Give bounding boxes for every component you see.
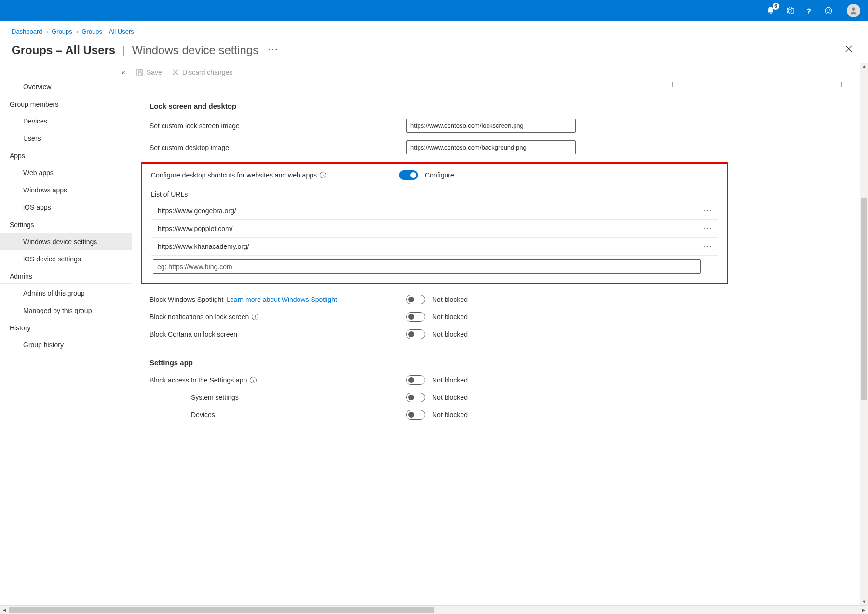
sidebar-section-admins: Admins bbox=[0, 268, 132, 284]
info-icon[interactable]: i bbox=[320, 172, 326, 178]
topbar-icon-group: 6 ? bbox=[766, 6, 833, 15]
scroll-left-arrow-icon[interactable]: ◄ bbox=[2, 607, 7, 613]
svg-point-3 bbox=[829, 10, 830, 11]
url-item[interactable]: https://www.popplet.com/ ··· bbox=[151, 220, 718, 238]
url-add-input[interactable] bbox=[153, 259, 701, 274]
url-list-label: List of URLs bbox=[151, 191, 718, 198]
block-settings-toggle[interactable] bbox=[406, 375, 425, 385]
url-item[interactable]: https://www.geogebra.org/ ··· bbox=[151, 202, 718, 220]
breadcrumb-link-group-all-users[interactable]: Groups – All Users bbox=[81, 28, 134, 35]
cortana-toggle-label: Not blocked bbox=[432, 330, 468, 338]
shortcuts-label: Configure desktop shortcuts for websites… bbox=[151, 171, 399, 179]
page-title-light: Windows device settings bbox=[132, 43, 258, 57]
close-icon[interactable] bbox=[841, 42, 856, 58]
svg-point-4 bbox=[852, 7, 855, 11]
section-lock-screen-heading: Lock screen and desktop bbox=[149, 102, 728, 110]
avatar[interactable] bbox=[847, 4, 860, 17]
save-icon bbox=[136, 68, 144, 76]
gear-icon[interactable] bbox=[785, 6, 795, 15]
block-settings-label: Block access to the Settings app i bbox=[149, 376, 406, 384]
top-bar: 6 ? bbox=[0, 0, 868, 21]
content-scroll-area[interactable]: Lock screen and desktop Set custom lock … bbox=[132, 82, 868, 605]
notifications-icon[interactable]: 6 bbox=[766, 6, 775, 15]
scrollbar-thumb[interactable] bbox=[861, 198, 867, 400]
url-list: List of URLs https://www.geogebra.org/ ·… bbox=[151, 191, 718, 274]
system-settings-label: System settings bbox=[149, 394, 406, 401]
partial-input-above bbox=[672, 82, 842, 87]
sidebar-section-history: History bbox=[0, 319, 132, 335]
url-item-more-icon[interactable]: ··· bbox=[701, 225, 715, 232]
notifications-toggle[interactable] bbox=[406, 312, 425, 322]
sidebar-section-settings: Settings bbox=[0, 216, 132, 232]
save-label: Save bbox=[147, 68, 162, 76]
save-button[interactable]: Save bbox=[136, 68, 162, 76]
horizontal-scrollbar[interactable]: ◄ ► bbox=[0, 605, 868, 614]
sidebar-item-windows-apps[interactable]: Windows apps bbox=[0, 181, 132, 199]
info-icon[interactable]: i bbox=[252, 314, 258, 320]
sidebar-item-windows-device-settings[interactable]: Windows device settings bbox=[0, 233, 132, 250]
scroll-down-arrow-icon[interactable]: ▼ bbox=[862, 600, 867, 604]
help-icon[interactable]: ? bbox=[804, 6, 814, 15]
scroll-right-arrow-icon[interactable]: ► bbox=[861, 607, 866, 613]
devices-settings-toggle[interactable] bbox=[406, 410, 425, 420]
sidebar-item-managed-by-group[interactable]: Managed by this group bbox=[0, 302, 132, 319]
feedback-smile-icon[interactable] bbox=[824, 6, 833, 15]
system-settings-toggle-label: Not blocked bbox=[432, 394, 468, 401]
sidebar: « Overview Group members Devices Users A… bbox=[0, 63, 132, 605]
sidebar-item-ios-device-settings[interactable]: iOS device settings bbox=[0, 250, 132, 268]
sidebar-item-web-apps[interactable]: Web apps bbox=[0, 164, 132, 181]
hscrollbar-thumb[interactable] bbox=[9, 607, 434, 613]
sidebar-section-group-members: Group members bbox=[0, 96, 132, 111]
notifications-toggle-label: Not blocked bbox=[432, 313, 468, 321]
spotlight-toggle[interactable] bbox=[406, 295, 425, 304]
sidebar-item-devices[interactable]: Devices bbox=[0, 112, 132, 130]
url-item-more-icon[interactable]: ··· bbox=[701, 243, 715, 250]
url-item[interactable]: https://www.khanacademy.org/ ··· bbox=[151, 238, 718, 256]
sidebar-item-admins-of-group[interactable]: Admins of this group bbox=[0, 285, 132, 302]
content-column: Save Discard changes Lock screen and des… bbox=[132, 63, 868, 605]
spotlight-learn-more-link[interactable]: Learn more about Windows Spotlight bbox=[226, 296, 337, 303]
devices-settings-label: Devices bbox=[149, 411, 406, 419]
sidebar-item-group-history[interactable]: Group history bbox=[0, 336, 132, 354]
spotlight-label: Block Windows Spotlight Learn more about… bbox=[149, 296, 406, 303]
sidebar-collapse-icon[interactable]: « bbox=[0, 68, 132, 76]
block-settings-toggle-label: Not blocked bbox=[432, 376, 468, 384]
command-bar: Save Discard changes bbox=[132, 63, 868, 82]
sidebar-section-apps: Apps bbox=[0, 147, 132, 163]
breadcrumb: Dashboard › Groups › Groups – All Users bbox=[12, 28, 856, 35]
breadcrumb-link-dashboard[interactable]: Dashboard bbox=[12, 28, 42, 35]
section-settings-app-heading: Settings app bbox=[149, 358, 728, 367]
scroll-up-arrow-icon[interactable]: ▲ bbox=[862, 64, 867, 68]
page-title: Groups – All Users | Windows device sett… bbox=[12, 43, 278, 57]
breadcrumb-sep: › bbox=[76, 28, 78, 35]
sidebar-item-ios-apps[interactable]: iOS apps bbox=[0, 199, 132, 216]
lockscreen-input[interactable] bbox=[406, 119, 576, 133]
breadcrumb-link-groups[interactable]: Groups bbox=[52, 28, 72, 35]
system-settings-toggle[interactable] bbox=[406, 393, 425, 402]
header-area: Dashboard › Groups › Groups – All Users … bbox=[0, 21, 868, 63]
shortcuts-toggle-label: Configure bbox=[425, 171, 454, 179]
cortana-toggle[interactable] bbox=[406, 329, 425, 339]
notifications-label: Block notifications on lock screen i bbox=[149, 313, 406, 321]
page-title-sep: | bbox=[122, 43, 125, 57]
devices-settings-toggle-label: Not blocked bbox=[432, 411, 468, 419]
notification-badge: 6 bbox=[773, 3, 779, 10]
svg-point-1 bbox=[825, 7, 832, 14]
info-icon[interactable]: i bbox=[250, 377, 257, 383]
cortana-label: Block Cortana on lock screen bbox=[149, 330, 406, 338]
sidebar-item-overview[interactable]: Overview bbox=[0, 78, 132, 96]
svg-point-2 bbox=[827, 10, 828, 11]
spotlight-toggle-label: Not blocked bbox=[432, 296, 468, 303]
lockscreen-label: Set custom lock screen image bbox=[149, 122, 406, 130]
url-item-more-icon[interactable]: ··· bbox=[701, 207, 715, 215]
discard-button[interactable]: Discard changes bbox=[172, 68, 232, 76]
shortcuts-toggle[interactable] bbox=[399, 170, 418, 180]
discard-icon bbox=[172, 68, 179, 76]
sidebar-item-users[interactable]: Users bbox=[0, 130, 132, 147]
vertical-scrollbar[interactable]: ▲ ▼ bbox=[860, 63, 868, 605]
url-text: https://www.popplet.com/ bbox=[158, 225, 233, 232]
url-text: https://www.geogebra.org/ bbox=[158, 207, 236, 215]
svg-text:?: ? bbox=[807, 7, 811, 14]
page-title-more-icon[interactable]: ··· bbox=[268, 45, 278, 55]
desktop-input[interactable] bbox=[406, 140, 576, 154]
